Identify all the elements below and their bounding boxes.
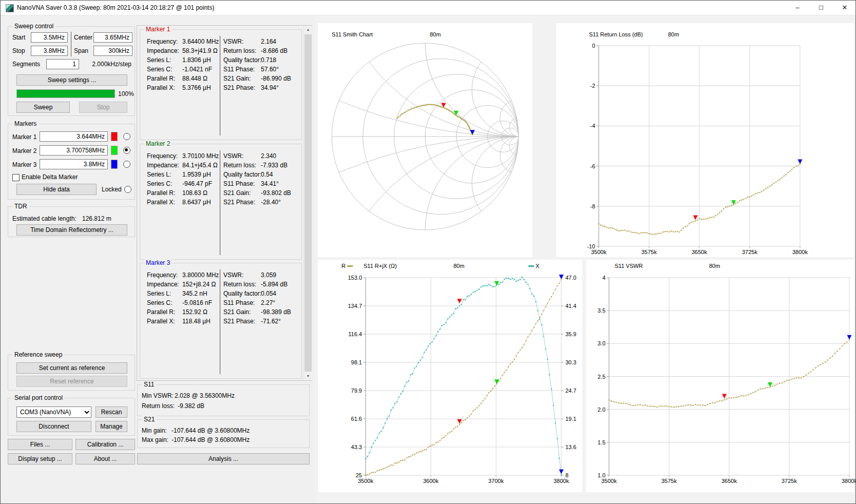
svg-text:3700k: 3700k: [488, 478, 504, 484]
marker-field-label: VSWR:: [223, 272, 243, 279]
svg-text:24.7: 24.7: [565, 387, 576, 394]
marker1-radio[interactable]: [123, 133, 130, 140]
chart-marker[interactable]: [559, 470, 564, 474]
stop-button[interactable]: Stop: [79, 102, 127, 113]
rjx-legend-r: R: [341, 263, 353, 269]
maximize-button-icon[interactable]: ☐: [809, 1, 833, 15]
s11-summary-group: S11 Min VSWR: 2.028 @ 3.56300MHz Return …: [137, 384, 310, 416]
segments-label: Segments: [12, 61, 40, 68]
locked-radio[interactable]: [124, 186, 131, 193]
return-loss-chart[interactable]: S11 Return Loss (dB) 80m 3500k3575k3650k…: [556, 23, 854, 257]
marker2-color-swatch[interactable]: [111, 146, 118, 155]
locked-label: Locked: [102, 186, 122, 193]
tdr-button[interactable]: Time Domain Reflectometry ...: [16, 224, 127, 236]
sweep-settings-button[interactable]: Sweep settings ...: [16, 74, 127, 86]
rjx-chart-canvas[interactable]: 3500k3600k3700k3800k153.047.0134.741.411…: [318, 260, 582, 492]
center-input[interactable]: [93, 32, 132, 43]
marker-field-value: 2.27°: [261, 299, 275, 306]
smith-chart-title: S11 Smith Chart: [332, 31, 373, 37]
chart-marker[interactable]: [798, 160, 803, 164]
marker3-color-swatch[interactable]: [111, 160, 118, 169]
sweep-divider: [71, 32, 71, 56]
reset-reference-button[interactable]: Reset reference: [16, 376, 127, 387]
serial-port-legend: Serial port control: [12, 394, 65, 401]
svg-text:0: 0: [592, 43, 595, 49]
marker2-freq-input[interactable]: [40, 145, 108, 156]
marker1-freq-input[interactable]: [40, 131, 108, 142]
svg-text:3800k: 3800k: [554, 478, 569, 484]
marker-field-value: 345.2 nH: [182, 290, 207, 297]
marker-field-value: 3.80000 MHz: [182, 272, 219, 279]
smith-chart-canvas[interactable]: [318, 23, 532, 257]
svg-text:134.7: 134.7: [348, 303, 362, 309]
marker-field-label: VSWR:: [223, 38, 243, 45]
marker3-freq-input[interactable]: [40, 159, 108, 169]
sweep-button[interactable]: Sweep: [16, 102, 70, 113]
reference-sweep-group: Reference sweep Set current as reference…: [8, 355, 135, 391]
vertical-scrollbar[interactable]: ▲ ▼: [303, 26, 312, 380]
svg-text:-4: -4: [590, 123, 595, 129]
marker3-radio[interactable]: [123, 161, 130, 168]
segments-input[interactable]: [46, 59, 79, 69]
marker-field-value: 152.92 Ω: [182, 308, 207, 316]
minimize-button-icon[interactable]: –: [786, 1, 809, 15]
marker-field-value: -98.389 dB: [261, 308, 291, 316]
marker-field-label: Parallel R:: [147, 189, 175, 197]
marker-field-label: S21 Phase:: [223, 318, 255, 325]
s11-return-loss-value: -9.382 dB: [178, 402, 204, 410]
disconnect-button[interactable]: Disconnect: [16, 421, 91, 432]
vswr-chart[interactable]: S11 VSWR 80m 3500k3575k3650k3725k3800k43…: [586, 260, 854, 492]
marker3-data-body: Frequency:3.80000 MHzImpedance:152+j8.24…: [140, 263, 301, 378]
close-button-icon[interactable]: ✕: [833, 1, 856, 15]
hide-data-button[interactable]: Hide data: [16, 184, 97, 195]
smith-chart[interactable]: S11 Smith Chart 80m: [318, 23, 532, 257]
chart-marker[interactable]: [494, 281, 499, 286]
calibration-button[interactable]: Calibration ...: [75, 439, 135, 450]
chart-marker[interactable]: [722, 394, 727, 399]
marker2-data-body: Frequency:3.70100 MHzImpedance:84.1+j45.…: [140, 144, 301, 259]
scroll-up-icon[interactable]: ▲: [304, 26, 312, 34]
about-button[interactable]: About ...: [75, 453, 135, 464]
svg-text:3650k: 3650k: [721, 478, 737, 484]
start-input[interactable]: [31, 32, 68, 43]
chart-marker[interactable]: [847, 335, 852, 340]
svg-text:35.9: 35.9: [565, 331, 576, 337]
chart-marker[interactable]: [731, 200, 736, 205]
rescan-button[interactable]: Rescan: [96, 406, 127, 418]
svg-text:13.6: 13.6: [565, 444, 576, 450]
analysis-button[interactable]: Analysis ...: [137, 453, 310, 464]
scroll-down-icon[interactable]: ▼: [304, 372, 312, 380]
progress-fill: [17, 90, 115, 98]
display-setup-button[interactable]: Display setup ...: [8, 453, 72, 464]
span-input[interactable]: [93, 46, 132, 56]
s11-return-loss-label: Return loss:: [142, 402, 175, 410]
marker-field-value: 8.6437 µH: [182, 199, 211, 206]
vswr-chart-canvas[interactable]: 3500k3575k3650k3725k3800k43.53.02.52.01.…: [586, 260, 854, 492]
marker2-radio[interactable]: [123, 147, 130, 154]
svg-text:-2: -2: [590, 83, 595, 89]
svg-text:1.0: 1.0: [598, 472, 605, 478]
set-reference-button[interactable]: Set current as reference: [16, 362, 127, 374]
scrollbar-thumb[interactable]: [305, 34, 312, 372]
marker1-color-swatch[interactable]: [111, 132, 118, 141]
marker-field-label: Series L:: [147, 56, 171, 64]
vswr-chart-title: S11 VSWR: [615, 263, 643, 269]
chart-marker[interactable]: [559, 275, 564, 279]
enable-delta-marker-checkbox[interactable]: [12, 174, 20, 181]
chart-marker[interactable]: [457, 299, 462, 303]
marker-field-value: -71.62°: [261, 318, 281, 325]
chart-marker[interactable]: [693, 216, 698, 220]
serial-port-select[interactable]: COM3 (NanoVNA): [16, 406, 91, 418]
stop-input[interactable]: [31, 46, 68, 56]
files-button[interactable]: Files ...: [8, 439, 72, 450]
sweep-control-legend: Sweep control: [12, 23, 55, 30]
marker-field-label: Parallel X:: [147, 84, 175, 91]
svg-text:98.1: 98.1: [351, 359, 362, 365]
marker-field-label: S21 Phase:: [223, 199, 255, 206]
marker-field-value: -8.686 dB: [261, 47, 288, 54]
min-gain-label: Min gain:: [142, 427, 167, 434]
manage-button[interactable]: Manage: [96, 421, 127, 432]
marker1-data-group: Marker 1 Frequency:3.64400 MHzImpedance:…: [140, 29, 302, 140]
return-loss-chart-canvas[interactable]: 3500k3575k3650k3725k3800k0-2-4-6-8-10: [556, 23, 854, 257]
rjx-chart[interactable]: R S11 R+jX (Ω) 80m X 3500k3600k3700k3800…: [318, 260, 582, 492]
